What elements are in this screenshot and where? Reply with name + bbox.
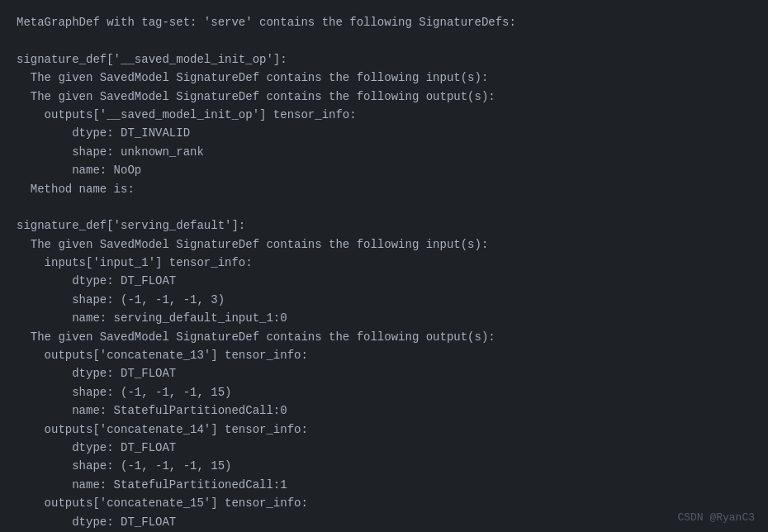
code-line: The given SavedModel SignatureDef contai… [17, 235, 751, 254]
code-line: The given SavedModel SignatureDef contai… [17, 328, 751, 346]
code-line: dtype: DT_FLOAT [17, 513, 751, 531]
code-line: name: NoOp [17, 161, 751, 179]
code-line: outputs['concatenate_13'] tensor_info: [17, 346, 751, 364]
code-line: signature_def['serving_default']: [17, 216, 751, 235]
code-line: The given SavedModel SignatureDef contai… [17, 69, 751, 87]
code-line: name: StatefulPartitionedCall:1 [17, 476, 751, 494]
code-line: dtype: DT_INVALID [17, 124, 751, 142]
code-line: dtype: DT_FLOAT [17, 272, 751, 290]
code-line: outputs['concatenate_15'] tensor_info: [17, 494, 751, 512]
code-line: dtype: DT_FLOAT [17, 364, 751, 382]
code-line: outputs['__saved_model_init_op'] tensor_… [17, 106, 751, 124]
code-line: dtype: DT_FLOAT [17, 439, 751, 457]
terminal-window: MetaGraphDef with tag-set: 'serve' conta… [0, 0, 768, 532]
code-line: shape: (-1, -1, -1, 15) [17, 457, 751, 475]
code-line: MetaGraphDef with tag-set: 'serve' conta… [17, 13, 751, 31]
code-output: MetaGraphDef with tag-set: 'serve' conta… [17, 13, 751, 532]
code-line [17, 31, 751, 50]
code-line: shape: (-1, -1, -1, 15) [17, 383, 751, 401]
code-line [17, 198, 751, 216]
code-line: outputs['concatenate_14'] tensor_info: [17, 420, 751, 439]
watermark: CSDN @RyanC3 [677, 511, 755, 524]
code-line: name: serving_default_input_1:0 [17, 309, 751, 327]
code-line: signature_def['__saved_model_init_op']: [17, 50, 751, 69]
code-line: shape: (-1, -1, -1, 3) [17, 291, 751, 309]
code-line: The given SavedModel SignatureDef contai… [17, 88, 751, 106]
code-line: Method name is: [17, 180, 751, 198]
code-line: shape: unknown_rank [17, 143, 751, 161]
code-line: name: StatefulPartitionedCall:0 [17, 401, 751, 420]
code-line: inputs['input_1'] tensor_info: [17, 254, 751, 272]
